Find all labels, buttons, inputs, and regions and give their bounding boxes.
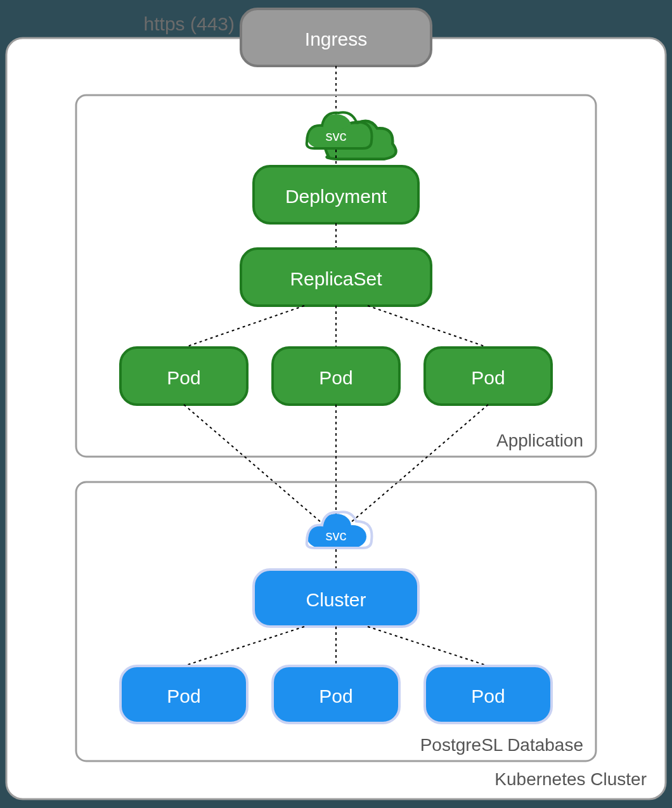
https-label: https (443): [144, 13, 235, 34]
db-pod-1-label: Pod: [167, 686, 200, 707]
ingress-label: Ingress: [305, 29, 367, 49]
diagram-stage: Kubernetes Cluster https (443) Ingress A…: [0, 0, 672, 808]
app-svc-label: svc: [326, 128, 347, 144]
db-pod-3-label: Pod: [471, 686, 505, 707]
app-pod-3-label: Pod: [471, 367, 505, 388]
deployment-label: Deployment: [285, 186, 387, 207]
db-svc-label: svc: [326, 528, 347, 544]
diagram-svg: Kubernetes Cluster https (443) Ingress A…: [0, 0, 672, 808]
cluster-label: Cluster: [306, 589, 366, 610]
kubernetes-cluster-label: Kubernetes Cluster: [494, 769, 647, 789]
database-box-label: PostgreSL Database: [420, 735, 583, 755]
db-pod-2-label: Pod: [319, 686, 352, 707]
app-pod-1-label: Pod: [167, 367, 200, 388]
replicaset-label: ReplicaSet: [290, 268, 382, 289]
application-box-label: Application: [496, 431, 583, 450]
app-pod-2-label: Pod: [319, 367, 352, 388]
